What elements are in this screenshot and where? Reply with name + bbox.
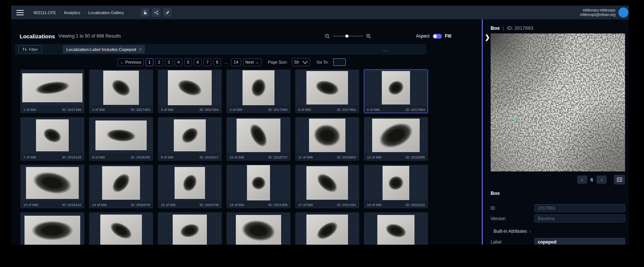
page-button-1[interactable]: 1 xyxy=(146,58,153,66)
localization-card[interactable]: 2 of 696 ID: 2017463 xyxy=(89,70,153,113)
localization-card[interactable]: 7 of 696 ID: 2018128 xyxy=(20,117,84,161)
panel-collapse-chevron-icon[interactable]: ❯ xyxy=(485,34,490,41)
page-button-3[interactable]: 3 xyxy=(165,58,173,66)
page-number-buttons: 12345678 xyxy=(146,58,221,66)
card-grid-background xyxy=(227,213,290,245)
card-meta: 7 of 696 ID: 2018128 xyxy=(21,153,84,161)
builtin-attributes-toggle[interactable]: Built-in Attributes › xyxy=(494,229,625,234)
localization-card[interactable]: 3 of 696 ID: 2017464 xyxy=(158,70,222,113)
localization-card[interactable] xyxy=(295,212,359,245)
localization-card[interactable]: 18 of 696 ID: 2021522 xyxy=(364,165,428,208)
previous-page-button[interactable]: ← Previous xyxy=(117,58,144,66)
localization-card[interactable]: 6 of 696 ID: 2017893 xyxy=(364,70,428,113)
page-button-2[interactable]: 2 xyxy=(155,58,163,66)
card-grid-background xyxy=(21,165,84,200)
edit-button[interactable] xyxy=(163,8,172,17)
localization-card[interactable] xyxy=(20,212,84,245)
field-input-label[interactable]: copepod xyxy=(534,238,625,245)
card-id-label: ID: 2021391 xyxy=(337,203,356,207)
localization-card[interactable] xyxy=(227,212,290,245)
card-sequence-label: 5 of 696 xyxy=(298,107,311,112)
localization-card[interactable]: 16 of 696 ID: 2021305 xyxy=(227,165,290,208)
localization-card[interactable] xyxy=(364,212,428,245)
localization-card[interactable] xyxy=(158,212,222,245)
filter-chip-label: Localization:Label Includes Copepod xyxy=(66,47,136,52)
card-grid-background xyxy=(364,165,427,200)
localization-card[interactable] xyxy=(89,212,153,245)
goto-frame-button[interactable] xyxy=(614,175,625,184)
card-id-label: ID: 2020748 xyxy=(199,203,219,207)
card-id-label: ID: 2019410 xyxy=(62,203,81,207)
chip-close-icon[interactable]: × xyxy=(139,47,142,52)
card-id-label: ID: 2017891 xyxy=(337,107,356,112)
card-grid-background xyxy=(296,213,359,245)
localization-card[interactable]: 14 of 696 ID: 2020578 xyxy=(89,165,153,208)
last-page-button[interactable]: 14 xyxy=(231,58,241,66)
page-size-select[interactable]: 50 xyxy=(292,58,310,66)
previous-label: Previous xyxy=(125,60,141,64)
avatar[interactable] xyxy=(618,7,628,17)
entity-fields: ID2017893VersionBaseline xyxy=(491,204,625,222)
card-meta: 18 of 696 ID: 2021522 xyxy=(364,200,427,208)
zoom-slider-track[interactable] xyxy=(333,36,363,36)
zoom-in-icon[interactable] xyxy=(366,33,371,39)
panel-next-button[interactable]: › xyxy=(596,176,606,184)
localization-card[interactable]: 12 of 696 ID: 2019085 xyxy=(364,117,428,161)
localization-card[interactable]: 10 of 696 ID: 2018727 xyxy=(227,117,290,161)
localization-thumbnail xyxy=(168,70,212,105)
pagination-ellipsis: ... xyxy=(223,60,229,64)
localization-card[interactable]: 11 of 696 ID: 2018803 xyxy=(295,117,359,161)
user-email: mldevops@mbari.org xyxy=(580,13,615,17)
page-header: Localizations Viewing 1 to 50 of 696 Res… xyxy=(20,32,482,40)
lock-open-button[interactable] xyxy=(141,8,149,17)
filter-sliders-icon xyxy=(23,47,27,51)
field-input-id[interactable]: 2017893 xyxy=(534,204,625,212)
card-sequence-label: 3 of 696 xyxy=(161,107,173,112)
panel-prev-button[interactable]: ‹ xyxy=(577,176,587,184)
next-page-button[interactable]: Next → xyxy=(243,58,262,66)
localization-thumbnail xyxy=(309,119,345,152)
pagination-bar: ← Previous 12345678 ... 14 Next → Page S… xyxy=(11,58,467,66)
hamburger-menu-icon[interactable] xyxy=(16,10,24,15)
page-button-5[interactable]: 5 xyxy=(184,58,192,66)
breadcrumb-project[interactable]: 902111-CFE xyxy=(33,10,56,15)
localization-thumbnail xyxy=(247,165,270,200)
localization-card[interactable]: 9 of 696 ID: 2018217 xyxy=(158,117,222,161)
page-button-7[interactable]: 7 xyxy=(204,58,211,66)
panel-pager: ‹ 6 › xyxy=(491,175,625,184)
page-button-8[interactable]: 8 xyxy=(213,58,221,66)
breadcrumb-gallery[interactable]: Localization Gallery xyxy=(88,10,124,15)
localization-card[interactable]: 4 of 696 ID: 2017566 xyxy=(227,70,290,113)
goto-page-input[interactable] xyxy=(333,58,346,66)
breadcrumb-analytics[interactable]: Analytics xyxy=(64,10,80,15)
zoom-slider-knob[interactable] xyxy=(345,35,348,38)
card-id-label: ID: 2017566 xyxy=(268,107,287,112)
card-meta: 14 of 696 ID: 2020578 xyxy=(90,200,153,208)
page-button-6[interactable]: 6 xyxy=(194,58,202,66)
page-button-4[interactable]: 4 xyxy=(175,58,182,66)
localization-card[interactable]: 5 of 696 ID: 2017891 xyxy=(295,70,359,113)
localization-preview-image[interactable] xyxy=(491,33,625,171)
field-input-version[interactable]: Baseline xyxy=(534,215,625,222)
card-grid-background xyxy=(158,165,221,200)
card-sequence-label: 9 of 696 xyxy=(161,155,173,159)
localization-grid: 1 of 696 ID: 2017196 2 of 696 ID: 201746… xyxy=(20,70,429,245)
zoom-out-icon[interactable] xyxy=(325,33,330,39)
localization-card[interactable]: 1 of 696 ID: 2017196 xyxy=(20,70,84,113)
localization-thumbnail xyxy=(36,119,69,151)
more-options-icon[interactable]: ... xyxy=(382,46,388,52)
localization-card[interactable]: 15 of 696 ID: 2020748 xyxy=(158,165,222,208)
localization-card[interactable]: 13 of 696 ID: 2019410 xyxy=(20,165,84,208)
card-sequence-label: 7 of 696 xyxy=(23,155,36,159)
aspect-fill-toggle[interactable] xyxy=(433,34,442,39)
card-grid-background xyxy=(296,118,359,153)
film-strip-icon xyxy=(617,177,622,182)
filter-chip[interactable]: Localization:Label Includes Copepod × xyxy=(63,45,145,54)
share-button[interactable] xyxy=(152,8,160,17)
card-grid-background xyxy=(364,213,427,245)
filter-button[interactable]: Filter xyxy=(19,45,42,53)
card-sequence-label: 12 of 696 xyxy=(367,155,382,159)
localization-card[interactable]: 17 of 696 ID: 2021391 xyxy=(295,165,359,208)
breadcrumb-separator: › xyxy=(84,10,85,15)
localization-card[interactable]: 8 of 696 ID: 2018200 xyxy=(89,117,153,161)
